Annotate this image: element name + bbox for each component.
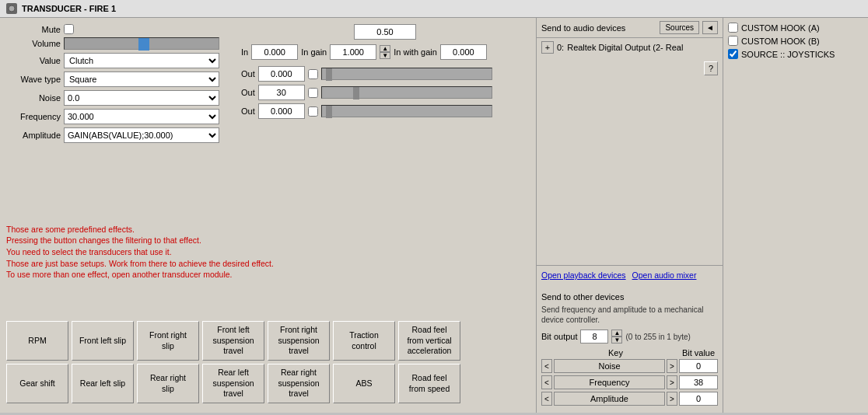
send-audio-title: Send to audio devices: [541, 23, 656, 33]
effect-traction-control[interactable]: Tractioncontrol: [333, 321, 395, 361]
value-label: Value: [6, 56, 61, 65]
amp-value: 0: [679, 392, 718, 406]
device-row: + 0: Realtek Digital Output (2- Real: [537, 38, 723, 57]
title-bar: TRANSDUCER - FIRE 1: [0, 0, 868, 18]
kv-row-noise: < Noise > 0: [541, 359, 718, 373]
hook-row-a: CUSTOM HOOK (A): [728, 23, 863, 33]
bit-range-label: (0 to 255 in 1 byte): [625, 333, 690, 341]
value-dropdown[interactable]: Clutch RPM Speed Gear: [64, 53, 219, 68]
out-slider-1[interactable]: [321, 68, 492, 80]
mute-label: Mute: [6, 25, 61, 34]
open-playback-link[interactable]: Open playback devices: [541, 270, 626, 280]
amp-next-btn[interactable]: >: [667, 392, 677, 406]
hook-a-label: CUSTOM HOOK (A): [741, 23, 820, 33]
mute-checkbox[interactable]: [64, 24, 74, 34]
svg-point-0: [9, 5, 15, 12]
effect-road-feel-vertical[interactable]: Road feelfrom verticalacceleration: [398, 321, 460, 361]
effect-rpm[interactable]: RPM: [6, 321, 68, 361]
in-input[interactable]: [251, 44, 298, 60]
effect-front-left-slip[interactable]: Front left slip: [72, 321, 134, 361]
sources-button[interactable]: Sources: [660, 21, 699, 34]
out-checkbox-2[interactable]: [308, 88, 318, 98]
bit-output-spinner[interactable]: ▲ ▼: [611, 330, 622, 344]
noise-key: Noise: [554, 359, 665, 373]
bitvalue-column-header: Bit value: [679, 348, 718, 357]
volume-label: Volume: [6, 39, 61, 48]
arrow-button[interactable]: ◄: [702, 21, 718, 34]
freq-next-btn[interactable]: >: [667, 375, 677, 389]
in-label: In: [241, 47, 248, 57]
bit-spin-up[interactable]: ▲: [611, 330, 622, 337]
add-device-button[interactable]: +: [541, 41, 554, 54]
effect-abs[interactable]: ABS: [333, 364, 395, 403]
question-button[interactable]: ?: [704, 61, 718, 75]
out-input-1[interactable]: [258, 66, 305, 82]
out-slider-2[interactable]: [321, 86, 492, 99]
bit-spin-down[interactable]: ▼: [611, 337, 622, 344]
effect-road-feel-speed[interactable]: Road feelfrom speed: [398, 364, 460, 403]
effect-rear-right-slip[interactable]: Rear rightslip: [137, 364, 199, 403]
top-value-row: [241, 24, 529, 40]
out-slider-3[interactable]: [321, 105, 492, 117]
hook-b-checkbox[interactable]: [728, 36, 738, 46]
effect-front-right-slip[interactable]: Front rightslip: [137, 321, 199, 361]
effect-gear-shift[interactable]: Gear shift: [6, 364, 68, 403]
volume-slider[interactable]: [64, 37, 219, 50]
in-gain-input[interactable]: [330, 44, 376, 60]
right-controls: In In gain ▲ ▼ In with gain Out: [241, 24, 529, 122]
amplitude-dropdown[interactable]: GAIN(ABS(VALUE);30.000): [64, 127, 219, 143]
info-text: Those are some predefined effects. Press…: [6, 224, 530, 281]
wavetype-dropdown[interactable]: Square Sine Triangle: [64, 71, 219, 87]
effect-front-right-suspension[interactable]: Front rightsuspensiontravel: [268, 321, 330, 361]
amp-prev-btn[interactable]: <: [541, 392, 552, 406]
noise-next-btn[interactable]: >: [667, 359, 677, 373]
playback-footer: Open playback devices Open audio mixer: [537, 265, 723, 288]
hook-row-joysticks: SOURCE :: JOYSTICKS: [728, 49, 863, 59]
out-row-2: Out: [241, 85, 529, 100]
hook-a-checkbox[interactable]: [728, 23, 738, 33]
send-description: Send frequency and amplitude to a mechan…: [541, 305, 718, 325]
effect-rear-left-slip[interactable]: Rear left slip: [72, 364, 134, 403]
send-other-title: Send to other devices: [541, 292, 718, 302]
out-checkbox-3[interactable]: [308, 106, 318, 117]
freq-prev-btn[interactable]: <: [541, 375, 552, 389]
kv-row-frequency: < Frequency > 38: [541, 375, 718, 389]
send-audio-header: Send to audio devices Sources ◄: [537, 18, 723, 38]
bit-output-row: Bit output ▲ ▼ (0 to 255 in 1 byte): [541, 330, 718, 344]
out-slider-thumb-1: [326, 68, 332, 81]
in-gain-spinner[interactable]: ▲ ▼: [380, 45, 390, 59]
noise-dropdown[interactable]: 0.0: [64, 90, 219, 106]
device-prefix: 0:: [557, 43, 564, 52]
noise-value: 0: [679, 359, 718, 373]
effect-front-left-suspension[interactable]: Front leftsuspensiontravel: [202, 321, 264, 361]
effect-rear-left-suspension[interactable]: Rear leftsuspensiontravel: [202, 364, 264, 403]
freq-value: 38: [679, 375, 718, 389]
top-value-input[interactable]: [354, 24, 416, 40]
open-audio-mixer-link[interactable]: Open audio mixer: [632, 270, 697, 280]
key-column-header: Key: [555, 348, 676, 357]
in-gain-label: In gain: [301, 47, 327, 57]
bit-output-input[interactable]: [580, 330, 608, 344]
source-joysticks-label: SOURCE :: JOYSTICKS: [741, 50, 835, 59]
effect-rear-right-suspension[interactable]: Rear rightsuspensiontravel: [268, 364, 330, 403]
out-input-2[interactable]: [258, 85, 305, 100]
right-panel: CUSTOM HOOK (A) CUSTOM HOOK (B) SOURCE :…: [723, 18, 868, 413]
in-with-gain-input[interactable]: [440, 44, 487, 60]
frequency-dropdown[interactable]: 30.000: [64, 109, 219, 124]
volume-thumb: [138, 38, 149, 51]
effects-row-1: RPM Front left slip Front rightslip Fron…: [6, 321, 530, 361]
spin-up[interactable]: ▲: [380, 45, 390, 52]
out-row-1: Out: [241, 66, 529, 82]
in-with-gain-label: In with gain: [394, 47, 437, 57]
out-input-3[interactable]: [258, 103, 305, 119]
source-joysticks-checkbox[interactable]: [728, 49, 738, 59]
noise-prev-btn[interactable]: <: [541, 359, 552, 373]
spin-down[interactable]: ▼: [380, 52, 390, 59]
out-label-3: Out: [241, 106, 255, 116]
kv-row-amplitude: < Amplitude > 0: [541, 392, 718, 406]
middle-panel: Send to audio devices Sources ◄ + 0: Rea…: [537, 18, 723, 413]
frequency-label: Frequency: [6, 112, 61, 121]
out-checkbox-1[interactable]: [308, 69, 318, 79]
info-section: Those are some predefined effects. Press…: [6, 224, 530, 281]
effects-grid: RPM Front left slip Front rightslip Fron…: [6, 321, 530, 406]
